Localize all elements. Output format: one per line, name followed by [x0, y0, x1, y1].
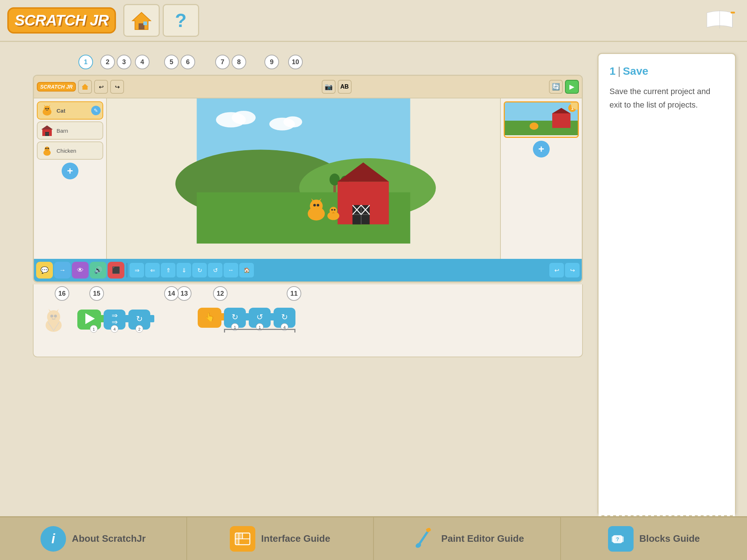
svg-point-18: [44, 147, 50, 152]
looks-blocks-btn[interactable]: 👁: [72, 262, 89, 279]
callout-12: 12: [213, 286, 228, 301]
svg-point-47: [329, 207, 337, 214]
callout-15: 15: [89, 286, 104, 301]
about-icon: i: [40, 526, 66, 552]
move-left-btn[interactable]: ⇐: [145, 263, 160, 277]
svg-point-49: [331, 209, 333, 211]
blocks-icon-svg: ?: [612, 530, 630, 548]
editor-interface: SCRATCH JR ↩ ↪ 📷 AB 🔄 ▶: [33, 75, 583, 283]
home-btn[interactable]: 🏠: [239, 263, 254, 277]
home-button[interactable]: [123, 4, 160, 37]
svg-marker-8: [49, 105, 50, 107]
share-icon-btn[interactable]: 🔄: [549, 80, 563, 94]
about-label: About ScratchJr: [72, 533, 146, 544]
move-right-btn[interactable]: ⇒: [129, 263, 144, 277]
nav-paint[interactable]: Paint Editor Guide: [374, 517, 561, 560]
undo-btn[interactable]: ↩: [549, 263, 564, 277]
info-panel: 1 | Save Save the current project and ex…: [597, 53, 736, 516]
control-blocks-btn[interactable]: ⬛: [108, 262, 124, 279]
stage[interactable]: [107, 98, 500, 244]
redo-btn[interactable]: ↪: [565, 263, 580, 277]
svg-rect-104: [294, 329, 295, 332]
svg-line-111: [419, 531, 428, 544]
home-small-icon[interactable]: [78, 80, 92, 94]
svg-text:2: 2: [138, 327, 140, 331]
edit-sprite-btn[interactable]: ✎: [91, 106, 101, 115]
callout-16: 16: [55, 286, 69, 301]
svg-marker-63: [49, 309, 52, 312]
add-page-button[interactable]: +: [533, 141, 550, 158]
svg-rect-57: [552, 113, 570, 128]
svg-rect-116: [621, 536, 624, 542]
interface-label: Interface Guide: [261, 533, 330, 544]
svg-text:1: 1: [93, 327, 95, 331]
editor-topbar: SCRATCH JR ↩ ↪ 📷 AB 🔄 ▶: [34, 76, 582, 98]
svg-text:↻: ↻: [136, 314, 143, 323]
chicken-sprite-name: Chicken: [57, 148, 76, 154]
callout-4: 4: [135, 55, 150, 69]
info-body: Save the current project and exit to the…: [609, 85, 724, 112]
move-up-btn[interactable]: ⇑: [161, 263, 175, 277]
svg-marker-4: [82, 84, 88, 90]
blocks-label: Blocks Guide: [639, 533, 700, 544]
sound-blocks-btn[interactable]: 🔊: [90, 262, 107, 279]
callout-7: 7: [215, 55, 230, 69]
svg-text:⇒: ⇒: [112, 318, 118, 326]
sprite-barn[interactable]: Barn: [37, 121, 103, 140]
sprite-chicken[interactable]: Chicken: [37, 141, 103, 160]
trigger-blocks-btn[interactable]: 💬: [36, 262, 53, 279]
script-group-1: 1 ⇒ ⇒ 4 ↻ 2: [77, 308, 179, 333]
callout-5: 5: [164, 55, 179, 69]
add-sprite-button[interactable]: +: [62, 163, 78, 179]
undo-icon-btn[interactable]: ↩: [94, 80, 108, 94]
paint-icon: [410, 526, 436, 552]
barn-sprite-name: Barn: [57, 128, 68, 134]
turn-left-btn[interactable]: ↺: [208, 263, 222, 277]
svg-point-65: [50, 315, 53, 318]
page-1-thumb[interactable]: 1: [504, 101, 579, 138]
callout-6: 6: [181, 55, 195, 69]
svg-rect-82: [149, 315, 154, 322]
cat-sprite-name: Cat: [57, 108, 65, 114]
svg-text:↻: ↻: [281, 312, 288, 322]
book-svg: [703, 7, 736, 33]
motion-blocks-btn[interactable]: →: [54, 262, 71, 279]
callout-10: 10: [288, 55, 303, 69]
camera-icon-btn[interactable]: 📷: [322, 80, 336, 94]
callout-2: 2: [100, 55, 115, 69]
callout-14: 14: [164, 286, 179, 301]
svg-rect-115: [612, 536, 615, 542]
svg-point-10: [47, 108, 49, 109]
move-down-btn[interactable]: ⇓: [177, 263, 191, 277]
nav-blocks[interactable]: ? Blocks Guide: [561, 517, 747, 560]
callout-8: 8: [232, 55, 246, 69]
text-icon-btn[interactable]: AB: [338, 80, 352, 94]
svg-rect-90: [244, 313, 249, 320]
flip-btn[interactable]: ↔: [224, 263, 238, 277]
nav-interface[interactable]: Interface Guide: [187, 517, 374, 560]
help-button[interactable]: ?: [163, 4, 199, 37]
callout-9: 9: [264, 55, 279, 69]
play-icon-btn[interactable]: ▶: [565, 80, 579, 94]
callout-3: 3: [117, 55, 131, 69]
redo-icon-btn[interactable]: ↪: [110, 80, 124, 94]
info-heading: 1 | Save: [609, 65, 724, 77]
nav-about[interactable]: i About ScratchJr: [0, 517, 187, 560]
top-bar: SCRATCH JR ?: [0, 0, 747, 42]
blocks-icon: ?: [608, 526, 634, 552]
script-blocks-svg-2: 👆 ↻ 1 ↺: [198, 306, 307, 335]
editor-panel: 1 2 3 4 5 6 7 8 9 10 11 12 13 14 15 16 S…: [11, 53, 587, 516]
logo: SCRATCH JR: [7, 7, 116, 34]
sprite-cat[interactable]: Cat ✎: [37, 101, 103, 120]
callout-11: 11: [287, 286, 301, 301]
svg-point-20: [45, 148, 47, 149]
turn-right-btn[interactable]: ↻: [192, 263, 207, 277]
question-icon: ?: [175, 9, 187, 31]
interface-icon-svg: [235, 531, 251, 547]
pages-panel: 1 +: [500, 98, 582, 259]
book-icon[interactable]: [703, 7, 736, 34]
add-sprite-plus: +: [67, 166, 73, 176]
svg-text:↻: ↻: [232, 312, 238, 322]
home-icon: [131, 11, 152, 31]
chicken-sprite-icon: [40, 144, 54, 157]
